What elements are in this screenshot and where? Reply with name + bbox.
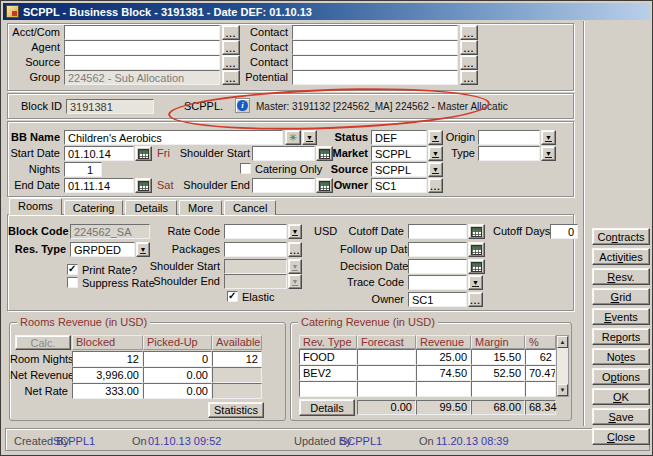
source-input[interactable] [64, 55, 220, 70]
bb-owner-lookup-button[interactable]: ... [428, 178, 443, 193]
tab-shoulder-start-label: Shoulder Start [128, 260, 220, 273]
type-input[interactable] [478, 146, 540, 161]
nights-input[interactable] [64, 162, 102, 177]
start-date-calendar-button[interactable] [135, 146, 152, 161]
packages-lookup-button[interactable]: ... [288, 242, 302, 257]
agent-label: Agent [10, 41, 60, 54]
decision-date-calendar-button[interactable] [468, 259, 485, 274]
bb-source-input[interactable] [371, 162, 427, 177]
block-code-label: Block Code [8, 225, 66, 238]
decision-date-input[interactable] [408, 259, 467, 274]
events-button[interactable]: Events [592, 308, 650, 325]
type-label: Type [445, 147, 475, 160]
contact2-input[interactable] [292, 40, 458, 55]
status-input[interactable] [371, 130, 427, 145]
tab-more[interactable]: More [179, 200, 222, 215]
contact1-lookup-button[interactable]: ... [460, 25, 478, 40]
market-input[interactable] [371, 146, 427, 161]
follow-up-date-calendar-button[interactable] [468, 242, 485, 257]
scroll-up-icon[interactable]: ▲ [557, 336, 568, 348]
ellipsis-icon: ... [464, 62, 475, 69]
tab-details[interactable]: Details [125, 200, 177, 215]
reports-button[interactable]: Reports [592, 328, 650, 345]
bb-owner-label: Owner [326, 179, 368, 192]
resort-label: SCPPL. [184, 100, 224, 113]
statistics-button[interactable]: Statistics [208, 402, 264, 418]
print-rate-checkbox[interactable]: ✓ [67, 264, 78, 275]
catering-scrollbar[interactable]: ▲ ▼ [556, 335, 569, 397]
tab-bar: Rooms Catering Details More Cancel [9, 198, 278, 215]
room-nights-pickedup: 0 [143, 351, 212, 367]
cutoff-date-calendar-button[interactable] [468, 224, 485, 239]
cat-row1-margin: 15.50 [471, 349, 525, 365]
button-text: lose [615, 431, 635, 443]
tab-owner-lookup-button[interactable]: ... [468, 292, 483, 307]
trace-code-dropdown-button[interactable]: ▼ [468, 275, 483, 290]
save-button[interactable]: Save [592, 408, 650, 425]
rate-code-dropdown-button[interactable]: ▼ [288, 224, 302, 239]
activities-button[interactable]: Activities [592, 248, 650, 265]
origin-input[interactable] [478, 130, 540, 145]
nights-label: Nights [8, 163, 60, 176]
rate-code-input[interactable] [224, 224, 287, 239]
end-date-input[interactable] [64, 178, 134, 193]
contact3-input[interactable] [292, 55, 458, 70]
ellipsis-icon: ... [430, 185, 441, 192]
cutoff-date-input[interactable] [408, 224, 467, 239]
net-revenue-available [212, 367, 262, 383]
cat-total-forecast: 0.00 [357, 400, 416, 415]
notes-button[interactable]: Notes [592, 348, 650, 365]
shoulder-start-input[interactable] [252, 146, 315, 161]
ok-button[interactable]: OK [592, 388, 650, 405]
market-dropdown-button[interactable]: ▼ [428, 146, 443, 161]
tab-owner-input[interactable] [408, 292, 467, 307]
catering-only-checkbox[interactable]: ✓ [240, 163, 251, 174]
status-dropdown-button[interactable]: ▼ [428, 130, 443, 145]
bb-name-translate-button[interactable]: ✳ [285, 130, 301, 145]
elastic-label: Elastic [242, 291, 292, 304]
grid-button[interactable]: Grid [592, 288, 650, 305]
chevron-down-icon: ▼ [545, 150, 552, 158]
tab-cancel[interactable]: Cancel [224, 200, 276, 215]
contact2-lookup-button[interactable]: ... [460, 40, 478, 55]
packages-input[interactable] [224, 242, 287, 257]
bb-name-input[interactable] [64, 130, 283, 145]
contact3-lookup-button[interactable]: ... [460, 55, 478, 70]
sidebar-divider [583, 21, 585, 426]
potential-lookup-button[interactable]: ... [460, 70, 478, 85]
follow-up-date-input[interactable] [408, 242, 467, 257]
type-dropdown-button[interactable]: ▼ [541, 146, 556, 161]
cutoff-days-input[interactable] [550, 224, 578, 239]
tab-rooms[interactable]: Rooms [9, 198, 62, 215]
shoulder-end-input[interactable] [252, 178, 315, 193]
ellipsis-icon: ... [290, 249, 301, 256]
acctcom-input[interactable] [64, 25, 220, 40]
contact1-input[interactable] [292, 25, 458, 40]
res-type-input[interactable] [70, 242, 135, 257]
bb-name-dropdown-button[interactable]: ▼ [302, 130, 317, 145]
net-rate-available [212, 383, 262, 399]
info-icon-button[interactable]: i [235, 98, 250, 113]
bb-source-dropdown-button[interactable]: ▼ [428, 162, 443, 177]
close-button[interactable]: Close [592, 428, 650, 445]
bb-owner-input[interactable] [371, 178, 427, 193]
agent-input[interactable] [64, 40, 220, 55]
start-date-input[interactable] [64, 146, 134, 161]
elastic-checkbox[interactable]: ✓ [227, 291, 238, 302]
potential-input[interactable] [292, 70, 458, 85]
resv-button[interactable]: Resv. [592, 268, 650, 285]
origin-dropdown-button[interactable]: ▼ [541, 130, 556, 145]
suppress-rate-checkbox[interactable]: ✓ [67, 277, 78, 288]
end-date-calendar-button[interactable] [135, 178, 152, 193]
tab-shoulder-end-input [224, 274, 287, 289]
details-button[interactable]: Details [299, 399, 355, 416]
tab-catering[interactable]: Catering [64, 200, 124, 215]
cat-col-forecast: Forecast [357, 335, 416, 349]
account-panel: Acct/Com ... Agent ... Source ... Group … [7, 23, 574, 91]
options-button[interactable]: Options [592, 368, 650, 385]
contracts-button[interactable]: Contracts [592, 228, 650, 245]
scroll-down-icon[interactable]: ▼ [557, 384, 568, 396]
trace-code-input[interactable] [408, 275, 467, 290]
rooms-revenue-title: Rooms Revenue (in USD) [17, 316, 150, 328]
cat-row2-forecast [357, 365, 416, 381]
